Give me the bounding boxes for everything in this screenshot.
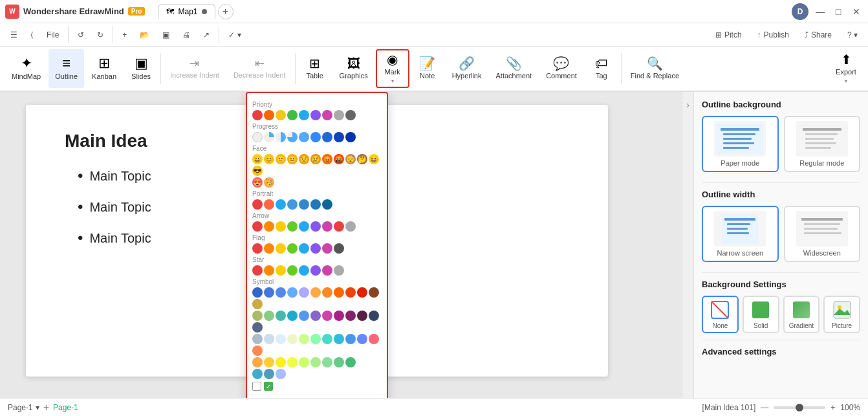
sym-34[interactable]	[357, 334, 367, 344]
progress-icon-2[interactable]	[264, 132, 274, 142]
priority-icon-5[interactable]	[299, 110, 309, 120]
arrow-icon-3[interactable]	[276, 221, 286, 232]
add-page-button[interactable]: +	[43, 402, 49, 413]
outline-button[interactable]: ≡ Outline	[49, 49, 84, 88]
sym-12[interactable]	[252, 299, 263, 309]
comment-button[interactable]: 💬 Comment	[539, 49, 583, 88]
sym-25[interactable]	[252, 334, 263, 344]
sym-40[interactable]	[287, 357, 298, 367]
flag-icon-8[interactable]	[334, 243, 344, 254]
portrait-icon-4[interactable]	[287, 199, 298, 210]
sym-16[interactable]	[287, 311, 298, 321]
portrait-icon-3[interactable]	[276, 199, 286, 210]
priority-icon-1[interactable]	[252, 110, 263, 120]
sym-15[interactable]	[276, 311, 286, 321]
sym-41[interactable]	[299, 357, 309, 367]
priority-icon-4[interactable]	[287, 110, 298, 120]
new-button[interactable]: +	[117, 23, 132, 46]
portrait-icon-5[interactable]	[299, 199, 309, 210]
sym-5[interactable]	[299, 287, 309, 298]
pitch-button[interactable]: ⊞ Pitch	[710, 28, 747, 42]
face-icon-8[interactable]: 🤬	[334, 154, 344, 164]
sym-24[interactable]	[252, 322, 263, 333]
flag-icon-4[interactable]	[287, 243, 298, 254]
sym-1[interactable]	[252, 287, 263, 298]
face-icon-6[interactable]: 😢	[310, 154, 321, 164]
sym-43[interactable]	[322, 357, 332, 367]
flag-icon-2[interactable]	[264, 243, 274, 254]
face-icon-2[interactable]: 😊	[264, 154, 274, 164]
sym-18[interactable]	[310, 311, 321, 321]
arrow-icon-6[interactable]	[310, 221, 321, 232]
menu-button[interactable]: ☰	[5, 23, 23, 46]
sym-13[interactable]	[252, 311, 263, 321]
face-icon-10[interactable]: 🤔	[357, 154, 367, 164]
zoom-thumb[interactable]	[796, 404, 803, 411]
star-icon-2[interactable]	[264, 265, 274, 276]
active-page-tab[interactable]: Page-1	[53, 403, 78, 412]
decrease-indent-button[interactable]: ⇤ Decrease Indent	[227, 49, 292, 88]
star-icon-6[interactable]	[310, 265, 321, 276]
arrow-icon-2[interactable]	[264, 221, 274, 232]
face-icon-1[interactable]: 😀	[252, 154, 263, 164]
close-button[interactable]: ✕	[850, 5, 863, 18]
sym-21[interactable]	[345, 311, 356, 321]
portrait-icon-2[interactable]	[264, 199, 274, 210]
portrait-icon-7[interactable]	[322, 199, 332, 210]
priority-icon-9[interactable]	[345, 110, 356, 120]
sym-2[interactable]	[264, 287, 274, 298]
paper-mode-card[interactable]: Paper mode	[702, 116, 779, 172]
star-icon-1[interactable]	[252, 265, 263, 276]
sym-10[interactable]	[357, 287, 367, 298]
flag-icon-3[interactable]	[276, 243, 286, 254]
face-icon-5[interactable]: 😟	[299, 154, 309, 164]
sym-4[interactable]	[287, 287, 298, 298]
sym-20[interactable]	[334, 311, 344, 321]
share-button[interactable]: ⤴ Share	[799, 28, 837, 42]
face-icon-11[interactable]: 😆	[369, 154, 379, 164]
star-icon-3[interactable]	[276, 265, 286, 276]
sym-8[interactable]	[334, 287, 344, 298]
face-icon-3[interactable]: 🙂	[276, 154, 286, 164]
minimize-button[interactable]: —	[814, 5, 827, 18]
arrow-icon-8[interactable]	[334, 221, 344, 232]
increase-indent-button[interactable]: ⇥ Increase Indent	[164, 49, 226, 88]
bg-gradient-button[interactable]: Gradient	[783, 296, 820, 333]
canvas[interactable]: Main Idea Main Topic Main Topic Main Top…	[0, 92, 682, 398]
face-icon-14[interactable]: 🥳	[264, 177, 274, 188]
progress-icon-3[interactable]	[276, 132, 286, 142]
progress-icon-4[interactable]	[287, 132, 298, 142]
sym-30[interactable]	[310, 334, 321, 344]
bg-solid-button[interactable]: Solid	[743, 296, 779, 333]
sym-29[interactable]	[299, 334, 309, 344]
bg-none-button[interactable]: None	[702, 296, 739, 333]
sym-50[interactable]	[264, 369, 274, 379]
note-button[interactable]: 📝 Note	[411, 49, 444, 88]
zoom-out-button[interactable]: —	[761, 403, 768, 412]
flag-icon-5[interactable]	[299, 243, 309, 254]
file-button[interactable]: File	[41, 23, 64, 46]
zoom-slider[interactable]	[774, 406, 825, 409]
print-button[interactable]: 🖨	[177, 23, 195, 46]
priority-icon-2[interactable]	[264, 110, 274, 120]
progress-icon-8[interactable]	[334, 132, 344, 142]
sym-51[interactable]	[276, 369, 286, 379]
sym-35[interactable]	[369, 334, 379, 344]
tag-button[interactable]: 🏷 Tag	[585, 49, 618, 88]
zoom-in-button[interactable]: +	[830, 403, 835, 412]
avatar[interactable]: D	[792, 3, 808, 20]
open-button[interactable]: 📂	[135, 23, 155, 46]
sym-9[interactable]	[345, 287, 356, 298]
page-dropdown-arrow[interactable]: ▾	[36, 403, 39, 412]
tab-map1[interactable]: 🗺 Map1	[158, 4, 215, 19]
sym-3[interactable]	[276, 287, 286, 298]
sym-33[interactable]	[345, 334, 356, 344]
arrow-icon-5[interactable]	[299, 221, 309, 232]
attachment-button[interactable]: 📎 Attachment	[490, 49, 539, 88]
mindmap-button[interactable]: ✦ MindMap	[5, 49, 47, 88]
publish-button[interactable]: ↑ Publish	[752, 28, 794, 42]
sym-42[interactable]	[310, 357, 321, 367]
slides-button[interactable]: ▣ Slides	[124, 49, 158, 88]
sym-22[interactable]	[357, 311, 367, 321]
star-icon-8[interactable]	[334, 265, 344, 276]
